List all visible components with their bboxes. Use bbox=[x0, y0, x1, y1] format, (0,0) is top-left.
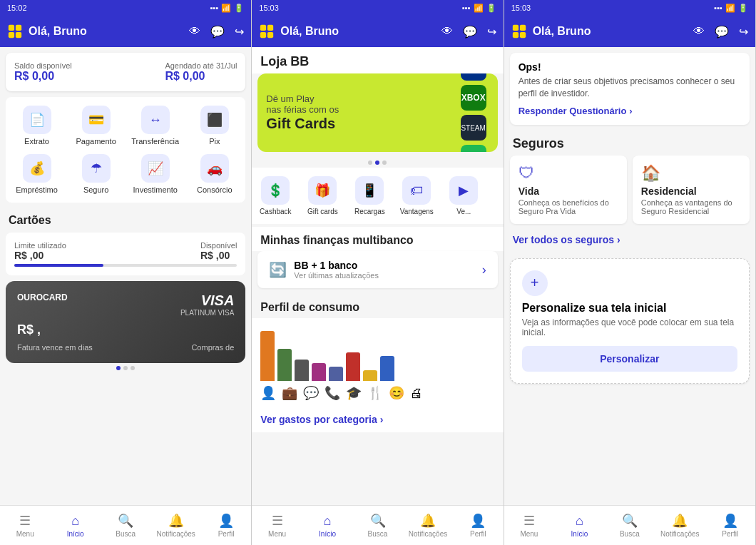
action-investimento[interactable]: 📈 Investimento bbox=[130, 154, 180, 194]
bottom-nav-1: ☰ Menu ⌂ Início 🔍 Busca 🔔 Notificações 👤… bbox=[0, 505, 251, 545]
svg-rect-6 bbox=[260, 32, 266, 38]
seguros-title: Seguros bbox=[504, 131, 755, 156]
bb-logo-3 bbox=[511, 24, 527, 39]
ver-seguros-arrow: › bbox=[617, 234, 620, 245]
nav-search-1[interactable]: 🔍 Busca bbox=[101, 513, 150, 538]
svg-rect-0 bbox=[9, 25, 14, 31]
seguro-vida[interactable]: 🛡 Vida Conheça os benefícios do Seguro P… bbox=[510, 156, 627, 224]
available-section: Saldo disponível R$ 0,00 bbox=[14, 61, 72, 83]
ver-seguros-link[interactable]: Ver todos os seguros › bbox=[504, 230, 755, 253]
logout-icon-1[interactable]: ↪ bbox=[235, 25, 244, 39]
progress-bar bbox=[14, 264, 237, 267]
nav-home-1[interactable]: ⌂ Início bbox=[50, 514, 100, 538]
cat-cashback[interactable]: 💲 Cashback bbox=[257, 176, 293, 215]
plus-label: + bbox=[531, 275, 539, 291]
credit-card[interactable]: OUROCARD VISA PLATINUM VISA R$ , Fatura … bbox=[6, 281, 245, 363]
banner-text-area: Dê um Playnas férias com os Gift Cards bbox=[266, 93, 489, 132]
chat-icon-2[interactable]: 💬 bbox=[463, 25, 477, 39]
action-consorcio[interactable]: 🚗 Consórcio bbox=[189, 154, 240, 194]
nav-search-3[interactable]: 🔍 Busca bbox=[605, 513, 655, 538]
nav-notifications-2[interactable]: 🔔 Notificações bbox=[403, 513, 453, 538]
nav-profile-2[interactable]: 👤 Perfil bbox=[453, 513, 503, 538]
seguro-residencial[interactable]: 🏠 Residencial Conheça as vantagens do Se… bbox=[633, 156, 750, 224]
header-greeting-2: Olá, Bruno bbox=[280, 25, 339, 38]
action-pagamento[interactable]: 💳 Pagamento bbox=[71, 106, 121, 146]
nav-profile-1[interactable]: 👤 Perfil bbox=[201, 513, 251, 538]
vida-name: Vida bbox=[519, 185, 618, 197]
status-icons-2: ▪▪▪ 📶 🔋 bbox=[462, 4, 496, 13]
pix-icon: ⬛ bbox=[200, 106, 229, 134]
questionario-link[interactable]: Responder Questionário › bbox=[519, 106, 741, 116]
svg-rect-1 bbox=[16, 25, 21, 31]
store-banner[interactable]: Dê um Playnas férias com os Gift Cards P… bbox=[257, 73, 497, 152]
time-1: 15:02 bbox=[7, 4, 27, 12]
transferencia-icon: ↔ bbox=[141, 106, 170, 134]
action-emprestimo[interactable]: 💰 Empréstimo bbox=[11, 154, 62, 194]
more-icon: ▶ bbox=[449, 176, 478, 205]
logout-icon-3[interactable]: ↪ bbox=[739, 25, 748, 39]
battery-icon-2: 🔋 bbox=[486, 4, 496, 13]
header-1: Olá, Bruno 👁 💬 ↪ bbox=[0, 16, 251, 47]
header-left-2: Olá, Bruno bbox=[259, 24, 339, 39]
store-title: Loja BB bbox=[252, 47, 503, 73]
banner-dots bbox=[252, 158, 503, 168]
time-3: 15:03 bbox=[511, 4, 531, 12]
limite-label: Limite utilizado bbox=[14, 241, 66, 250]
notifications-label-1: Notificações bbox=[156, 530, 195, 538]
status-bar-3: 15:03 ▪▪▪ 📶 🔋 bbox=[504, 0, 755, 16]
bank-row[interactable]: 🔄 BB + 1 banco Ver últimas atualizações … bbox=[257, 251, 497, 288]
eye-icon-1[interactable]: 👁 bbox=[189, 25, 200, 38]
eye-icon-3[interactable]: 👁 bbox=[693, 25, 705, 38]
action-transferencia[interactable]: ↔ Transferência bbox=[130, 106, 180, 146]
cashback-icon: 💲 bbox=[261, 176, 290, 205]
residencial-name: Residencial bbox=[641, 185, 741, 197]
cat-more[interactable]: ▶ Ve... bbox=[446, 176, 481, 215]
nav-home-3[interactable]: ⌂ Início bbox=[554, 514, 604, 538]
cat-giftcards[interactable]: 🎁 Gift cards bbox=[305, 176, 340, 215]
personalize-card: + Personalize sua tela inicial Veja as i… bbox=[510, 258, 750, 384]
profile-label-3: Perfil bbox=[722, 530, 738, 538]
home-seguro-icon: 🏠 bbox=[641, 164, 741, 183]
recargas-icon: 📱 bbox=[355, 176, 384, 205]
menu-label-2: Menu bbox=[268, 530, 286, 538]
action-extrato[interactable]: 📄 Extrato bbox=[11, 106, 62, 146]
chart-area: 👤 💼 💬 📞 🎓 🍴 😊 🖨 bbox=[252, 318, 503, 407]
pagamento-label: Pagamento bbox=[76, 137, 116, 146]
nav-menu-2[interactable]: ☰ Menu bbox=[252, 513, 302, 538]
nav-search-2[interactable]: 🔍 Busca bbox=[352, 513, 402, 538]
bar-7 bbox=[380, 356, 394, 381]
nav-menu-3[interactable]: ☰ Menu bbox=[504, 513, 554, 538]
wifi-icon-3: 📶 bbox=[725, 4, 735, 13]
logout-icon-2[interactable]: ↪ bbox=[487, 25, 496, 39]
giftcards-label: Gift cards bbox=[307, 208, 338, 215]
ver-gastos-link[interactable]: Ver gastos por categoria › bbox=[252, 407, 503, 432]
svg-rect-10 bbox=[512, 32, 518, 38]
banner-dot-2 bbox=[375, 161, 379, 165]
card-brand: OUROCARD bbox=[17, 292, 68, 302]
seguro-icon: ☂ bbox=[82, 154, 111, 183]
home-icon-3: ⌂ bbox=[576, 514, 583, 529]
nav-home-2[interactable]: ⌂ Início bbox=[302, 514, 352, 538]
action-seguro[interactable]: ☂ Seguro bbox=[71, 154, 121, 194]
nav-notifications-3[interactable]: 🔔 Notificações bbox=[655, 513, 705, 538]
nav-notifications-1[interactable]: 🔔 Notificações bbox=[150, 513, 200, 538]
wifi-icon-1: 📶 bbox=[221, 4, 231, 13]
notifications-label-3: Notificações bbox=[660, 530, 699, 538]
bar-4 bbox=[329, 367, 343, 381]
nav-profile-3[interactable]: 👤 Perfil bbox=[705, 513, 755, 538]
nav-menu-1[interactable]: ☰ Menu bbox=[0, 513, 50, 538]
investimento-icon: 📈 bbox=[141, 154, 170, 183]
eye-icon-2[interactable]: 👁 bbox=[441, 25, 453, 38]
cat-emoji-3: 📞 bbox=[325, 385, 340, 401]
status-bar-2: 15:03 ▪▪▪ 📶 🔋 bbox=[252, 0, 503, 16]
steam-icon: STEAM bbox=[461, 115, 486, 141]
cat-vantagens[interactable]: 🏷 Vantagens bbox=[399, 176, 434, 215]
chat-icon-1[interactable]: 💬 bbox=[210, 25, 225, 39]
chat-icon-3[interactable]: 💬 bbox=[715, 25, 729, 39]
action-pix[interactable]: ⬛ Pix bbox=[189, 106, 240, 146]
svg-rect-3 bbox=[16, 32, 21, 38]
personalizar-button[interactable]: Personalizar bbox=[522, 346, 737, 372]
svg-rect-9 bbox=[520, 25, 526, 31]
cat-recargas[interactable]: 📱 Recargas bbox=[352, 176, 387, 215]
banner-dot-1 bbox=[368, 161, 372, 165]
